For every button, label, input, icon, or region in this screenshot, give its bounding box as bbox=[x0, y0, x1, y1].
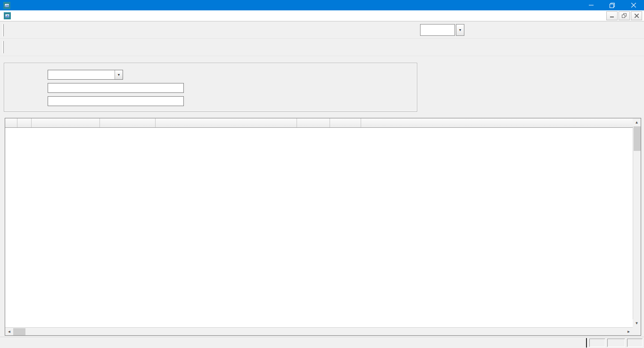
header-selector[interactable] bbox=[5, 118, 17, 127]
statusbar bbox=[0, 337, 644, 348]
ora-error-dropdown-button[interactable]: ▼ bbox=[456, 24, 464, 36]
minimize-button[interactable] bbox=[580, 0, 602, 10]
header-texto[interactable] bbox=[361, 118, 641, 127]
ora-error-combo: ▼ bbox=[420, 24, 464, 36]
mdi-close-button[interactable] bbox=[631, 11, 642, 20]
vertical-scrollbar[interactable]: ▲ ▼ bbox=[633, 118, 641, 327]
ora-error-input[interactable] bbox=[420, 24, 455, 36]
owner-dropdown-button[interactable]: ▼ bbox=[115, 70, 123, 79]
header-tipo[interactable] bbox=[100, 118, 156, 127]
mdi-minimize-button[interactable] bbox=[606, 11, 618, 20]
scroll-up-icon: ▲ bbox=[635, 120, 639, 124]
results-grid: ▲ ▼ ◄ ► bbox=[5, 118, 641, 336]
mdi-document-icon bbox=[4, 12, 11, 19]
scroll-up-button[interactable]: ▲ bbox=[633, 118, 641, 126]
app-window: ▼ ▼ bbox=[0, 0, 644, 348]
scroll-left-button[interactable]: ◄ bbox=[5, 328, 13, 336]
statusbar-divider bbox=[586, 338, 587, 348]
objeto-input[interactable] bbox=[48, 83, 184, 93]
statusbar-panel-scrl bbox=[627, 339, 643, 347]
restore-button[interactable] bbox=[602, 0, 623, 10]
mdi-controls bbox=[606, 11, 642, 20]
main-toolbar: ▼ bbox=[0, 21, 644, 38]
mdi-restore-button[interactable] bbox=[619, 11, 630, 20]
owner-combobox[interactable]: ▼ bbox=[48, 70, 123, 80]
vertical-scroll-thumb[interactable] bbox=[634, 126, 641, 151]
scroll-down-icon: ▼ bbox=[635, 321, 639, 325]
scrollbar-corner bbox=[633, 327, 641, 335]
statusbar-panel-caps bbox=[589, 339, 605, 347]
statusbar-panels bbox=[589, 339, 643, 347]
results-area: ▲ ▼ ◄ ► bbox=[0, 116, 644, 337]
scroll-right-button[interactable]: ► bbox=[625, 328, 633, 336]
header-objeto[interactable] bbox=[156, 118, 297, 127]
search-toolbar bbox=[0, 38, 644, 56]
grid-header-row bbox=[5, 118, 641, 128]
header-marker[interactable] bbox=[17, 118, 32, 127]
scroll-left-icon: ◄ bbox=[8, 330, 11, 334]
horizontal-scroll-thumb[interactable] bbox=[13, 328, 25, 335]
header-debug[interactable] bbox=[297, 118, 330, 127]
tipos-objetos-groupbox: ▼ bbox=[4, 63, 417, 112]
chevron-down-icon: ▼ bbox=[459, 28, 462, 32]
menubar bbox=[0, 10, 644, 21]
statusbar-panel-num bbox=[607, 339, 625, 347]
header-linha[interactable] bbox=[330, 118, 361, 127]
filter-panel: ▼ bbox=[0, 56, 644, 116]
close-button[interactable] bbox=[623, 0, 644, 10]
titlebar bbox=[0, 0, 644, 10]
header-owner[interactable] bbox=[32, 118, 100, 127]
toolbar-gripper[interactable] bbox=[2, 24, 4, 36]
app-logo-icon bbox=[3, 2, 10, 9]
chevron-down-icon: ▼ bbox=[117, 73, 121, 76]
scroll-right-icon: ► bbox=[627, 330, 631, 334]
scroll-down-button[interactable]: ▼ bbox=[633, 319, 641, 327]
toolbar-gripper[interactable] bbox=[2, 41, 4, 53]
horizontal-scrollbar[interactable]: ◄ ► bbox=[5, 327, 633, 335]
localizar-input[interactable] bbox=[48, 96, 184, 106]
